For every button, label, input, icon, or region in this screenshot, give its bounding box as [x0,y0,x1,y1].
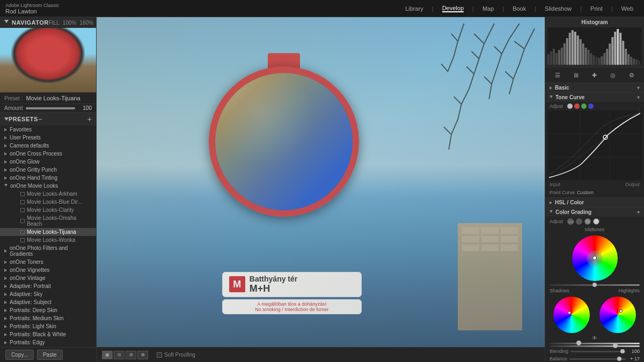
main-layout: Navigator FILL 100% 160% Preset : Movie … [0,17,644,362]
preset-group-movie-header[interactable]: onOne Movie Looks [0,182,96,190]
cg-wheel-row[interactable] [545,233,644,283]
vintage-triangle [4,277,7,280]
heal-tool-icon[interactable]: ✚ [589,70,600,80]
view-single-button[interactable]: ▣ [102,351,113,359]
preset-group-camera-header[interactable]: Camera defaults [0,142,96,150]
preset-group-pd-header[interactable]: Portraits: Deep Skin [0,306,96,314]
color-grading-header[interactable]: Color Grading ▾ [545,208,644,217]
cg-link-dot[interactable] [567,218,574,225]
soft-proofing-label: Soft Proofing [164,352,195,358]
tone-curve-canvas[interactable] [547,110,642,180]
preset-group-pbw-header[interactable]: Portraits: Black & White [0,330,96,338]
preset-group-pe-header[interactable]: Portraits: Edgy [0,338,96,346]
view-before-after-button[interactable]: ⊠ [137,351,148,359]
cg-big-track-highlights[interactable] [550,345,640,347]
preset-group-pl-header[interactable]: Portraits: Light Skin [0,322,96,330]
navigator-triangle [4,20,9,25]
tone-curve-header[interactable]: Tone Curve ▾ [545,93,644,102]
preset-item-tijuana[interactable]: Movie Looks-Tijuana [0,228,96,236]
tc-dot-white[interactable] [567,104,573,109]
crop-tool-icon[interactable]: ⊞ [571,70,582,80]
preset-icon-wonka [20,238,25,242]
preset-group-as-header[interactable]: Adaptive: Sky [0,290,96,298]
cg-all-dot[interactable] [576,218,582,225]
hsl-label: HSL / Color [555,200,584,205]
preset-group-cross-header[interactable]: onOne Cross Process [0,150,96,158]
preset-group-ap-header[interactable]: Adaptive: Portrait [0,282,96,290]
navigator-zoom-controls: FILL 100% 160% [49,20,93,26]
zoom-fill[interactable]: FILL [49,20,60,26]
sliders-tool-icon[interactable]: ☰ [552,70,563,80]
nav-develop[interactable]: Develop [442,5,464,12]
preset-group-asubj-header[interactable]: Adaptive: Subject [0,298,96,306]
tc-dot-red[interactable] [574,104,580,109]
gritty-triangle [4,168,7,172]
photo-canvas[interactable]: M Batthyány tér M+H A megállóban tilos a… [97,17,545,347]
preset-group-pm-header[interactable]: Portraits: Medium Skin [0,314,96,322]
cg-eye-icon[interactable]: 👁 [545,334,644,342]
hand-label: onOne Hand Tinting [10,175,57,181]
settings-tool-icon[interactable]: ⚙ [626,70,637,80]
cg-balance-track[interactable] [569,358,626,360]
amount-slider[interactable] [26,107,75,109]
preset-group-hand-header[interactable]: onOne Hand Tinting [0,174,96,182]
soft-proofing-checkbox[interactable] [157,352,162,358]
preset-group-pf-header[interactable]: onOne Photo Filters and Gradients [0,244,96,258]
preset-group-adaptive-portrait: Adaptive: Portrait [0,282,96,290]
svg-rect-6 [564,43,566,65]
vignettes-triangle [4,269,7,272]
presets-header[interactable]: Presets − + [0,113,96,125]
metro-sign: M Batthyány tér M+H [222,272,362,297]
preset-group-user-header[interactable]: User Presets [0,134,96,142]
tc-dot-green[interactable] [581,104,587,109]
paste-button[interactable]: Paste [37,350,63,360]
preset-group-toners-header[interactable]: onOne Toners [0,258,96,266]
preset-item-clarity[interactable]: Movie Looks-Clarity [0,206,96,214]
nav-map[interactable]: Map [482,5,494,12]
preset-group-vintage: onOne Vintage [0,274,96,282]
svg-rect-29 [625,49,627,65]
nav-library[interactable]: Library [405,5,423,12]
cg-sh-dot[interactable] [584,218,591,225]
zoom-160[interactable]: 160% [79,20,93,26]
preset-group-hand: onOne Hand Tinting [0,174,96,182]
tc-input-label: Input [550,182,560,187]
cg-highlights-indicator [619,309,623,313]
nav-slideshow[interactable]: Slideshow [545,5,572,12]
cg-expand-icon: ▾ [637,209,640,215]
hsl-header[interactable]: HSL / Color [545,198,644,207]
navigator-header[interactable]: Navigator FILL 100% 160% [0,17,96,28]
mask-tool-icon[interactable]: ◎ [608,70,618,80]
preset-item-omaha[interactable]: Movie Looks-Omaha Beach [0,214,96,228]
presets-add-button[interactable]: + [87,115,92,123]
tc-dot-blue[interactable] [588,104,594,109]
preset-group-gritty-header[interactable]: onOne Gritty Punch [0,166,96,174]
nav-web[interactable]: Web [621,5,633,12]
as-triangle [4,293,7,296]
navigator-thumbnail[interactable] [0,28,96,92]
nav-book[interactable]: Book [513,5,526,12]
copy-button[interactable]: Copy... [5,350,34,360]
cg-slider-1[interactable] [550,284,640,286]
nav-print[interactable]: Print [590,5,603,12]
preset-item-arkham[interactable]: Movie Looks-Arkham [0,190,96,198]
presets-minus-button[interactable]: − [38,115,42,123]
cg-midtones-wheel[interactable] [572,235,618,281]
cg-shadows-wheel[interactable] [553,297,590,333]
cg-blending-track[interactable] [570,351,626,352]
preset-item-wonka[interactable]: Movie Looks-Wonka [0,236,96,244]
view-compare-button[interactable]: ⊟ [114,351,125,359]
zoom-100[interactable]: 100% [63,20,77,26]
cg-balance-label: Balance [550,356,567,361]
preset-group-vintage-header[interactable]: onOne Vintage [0,274,96,282]
preset-item-blue[interactable]: Movie Looks-Blue Dir... [0,198,96,206]
preset-group-favorites-header[interactable]: Favorites [0,125,96,134]
basic-header[interactable]: Basic ▾ [545,83,644,92]
color-grading-section: Color Grading ▾ Adjust [545,208,644,362]
cg-big-track-shadows[interactable] [550,343,640,344]
preset-group-vignettes-header[interactable]: onOne Vignettes [0,266,96,274]
cg-hi-dot[interactable] [593,218,599,225]
cg-highlights-wheel[interactable] [599,297,636,333]
view-survey-button[interactable]: ⊞ [126,351,136,359]
preset-group-glow-header[interactable]: onOne Glow [0,158,96,166]
